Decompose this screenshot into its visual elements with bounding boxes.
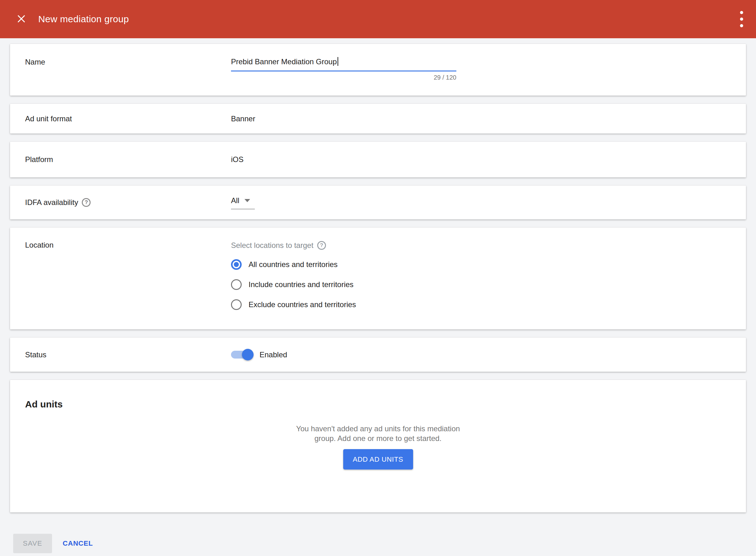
text-cursor [338,57,338,66]
platform-label: Platform [10,155,231,164]
ad-unit-format-label: Ad unit format [10,114,231,123]
form-content: Name Prebid Banner Mediation Group 29 / … [0,38,756,513]
select-underline [231,209,255,209]
overflow-menu-button[interactable] [737,10,746,29]
name-card: Name Prebid Banner Mediation Group 29 / … [10,44,746,96]
name-input[interactable]: Prebid Banner Mediation Group [231,57,456,71]
ad-units-empty-state: You haven't added any ad units for this … [10,424,746,443]
name-label: Name [10,44,231,96]
radio-unselected-icon [231,299,242,310]
radio-selected-icon [231,259,242,270]
status-value: Enabled [260,350,287,359]
idfa-select[interactable]: All [231,196,255,209]
platform-value: iOS [231,155,746,164]
page-title: New mediation group [38,14,129,25]
kebab-icon [740,11,743,27]
chevron-down-icon [244,199,250,202]
idfa-label: IDFA availability [25,198,78,207]
ad-units-title: Ad units [10,399,746,409]
add-ad-units-button[interactable]: ADD AD UNITS [343,449,413,470]
location-prompt: Select locations to target [231,241,313,250]
location-label: Location [10,228,231,329]
radio-all-countries[interactable]: All countries and territories [231,254,746,275]
idfa-card: IDFA availability ? All [10,185,746,219]
platform-card: Platform iOS [10,142,746,177]
status-toggle[interactable] [231,351,251,358]
radio-exclude-countries[interactable]: Exclude countries and territories [231,294,746,315]
location-help-icon[interactable]: ? [317,241,326,250]
idfa-help-icon[interactable]: ? [82,198,91,207]
idfa-selected-value: All [231,196,239,205]
location-radio-group: All countries and territories Include co… [231,254,746,315]
location-card: Location Select locations to target ? Al… [10,228,746,329]
status-card: Status Enabled [10,338,746,372]
ad-unit-format-value: Banner [231,114,746,123]
ad-units-card: Ad units You haven't added any ad units … [10,380,746,513]
radio-include-countries[interactable]: Include countries and territories [231,275,746,294]
radio-unselected-icon [231,279,242,290]
character-counter: 29 / 120 [231,74,456,81]
appbar: New mediation group [0,0,756,38]
footer-actions: SAVE CANCEL [0,521,756,553]
name-input-value: Prebid Banner Mediation Group [231,57,337,66]
close-button[interactable] [15,13,28,25]
toggle-knob [242,349,253,360]
cancel-button[interactable]: CANCEL [63,540,93,548]
close-icon [16,13,27,25]
save-button[interactable]: SAVE [13,534,52,553]
status-label: Status [10,350,231,359]
ad-unit-format-card: Ad unit format Banner [10,104,746,134]
